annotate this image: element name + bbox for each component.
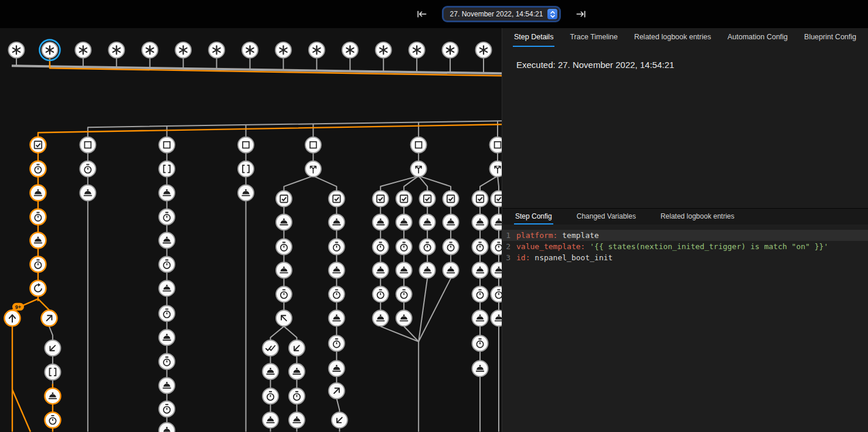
graph-node-service[interactable] (396, 215, 412, 230)
graph-node-delay[interactable] (420, 239, 435, 254)
graph-node-service[interactable] (30, 232, 46, 248)
graph-node-delay[interactable] (45, 412, 60, 428)
tab-related-logbook-entries[interactable]: Related logbook entries (633, 28, 712, 47)
graph-node-delay[interactable] (159, 353, 175, 369)
graph-node-trigger[interactable] (175, 42, 191, 58)
graph-node-service[interactable] (472, 215, 488, 230)
graph-node-delay[interactable] (159, 209, 175, 225)
graph-node-delay[interactable] (396, 286, 412, 302)
graph-node-service[interactable] (159, 232, 175, 248)
graph-node-service[interactable] (276, 262, 292, 278)
graph-node-service[interactable] (159, 280, 175, 296)
graph-node-trigger[interactable] (409, 42, 425, 58)
trace-graph[interactable]: 9+ (0, 28, 502, 432)
graph-node-service[interactable] (472, 310, 488, 326)
graph-node-arrow-ne[interactable] (329, 383, 345, 399)
graph-node-service[interactable] (80, 185, 96, 201)
tab-step-config[interactable]: Step Config (514, 209, 553, 224)
graph-node-service[interactable] (420, 262, 435, 278)
graph-node-square[interactable] (238, 137, 254, 153)
graph-node-brackets[interactable] (159, 161, 175, 177)
graph-node-service[interactable] (329, 310, 345, 326)
graph-node-square[interactable] (411, 137, 427, 153)
code-line[interactable]: 2value_template: '{{ states(nextion_init… (502, 241, 868, 252)
graph-node-service[interactable] (491, 262, 502, 278)
tab-blueprint-config[interactable]: Blueprint Config (803, 28, 857, 47)
graph-node-choose[interactable] (490, 161, 502, 177)
graph-node-brackets[interactable] (238, 161, 254, 177)
graph-node-service[interactable] (289, 363, 305, 379)
graph-node-arrow-ne[interactable] (41, 310, 57, 326)
graph-node-service[interactable] (30, 185, 46, 201)
tab-automation-config[interactable]: Automation Config (726, 28, 789, 47)
graph-node-service[interactable] (45, 388, 60, 404)
graph-node-delay[interactable] (159, 305, 175, 321)
graph-node-choose[interactable] (411, 161, 427, 177)
graph-node-delay[interactable] (263, 388, 278, 404)
graph-node-service[interactable] (276, 215, 292, 230)
graph-node-service[interactable] (238, 185, 254, 201)
graph-node-square[interactable] (159, 137, 175, 153)
graph-node-trigger[interactable] (309, 42, 325, 58)
graph-node-arrow-sw[interactable] (45, 340, 60, 356)
graph-node-delay[interactable] (443, 239, 459, 254)
graph-node-trigger[interactable] (442, 42, 458, 58)
graph-node-service[interactable] (159, 185, 175, 201)
graph-node-arrow-nw[interactable] (276, 310, 292, 326)
graph-node-delay[interactable] (491, 286, 502, 302)
trace-date-select[interactable]: 27. November 2022, 14:54:21 (444, 8, 560, 21)
graph-node-delay[interactable] (159, 256, 175, 272)
graph-node-delay[interactable] (329, 286, 345, 302)
graph-node-square[interactable] (80, 137, 96, 153)
tab-changed-variables[interactable]: Changed Variables (576, 209, 637, 224)
graph-node-service[interactable] (329, 215, 345, 230)
graph-node-service[interactable] (263, 412, 278, 428)
tab-related-logbook-entries[interactable]: Related logbook entries (659, 209, 736, 224)
graph-node-service[interactable] (472, 360, 488, 376)
trace-graph-canvas[interactable]: 9+ (0, 28, 502, 432)
graph-node-repeat[interactable] (30, 280, 46, 296)
graph-node-delay[interactable] (373, 286, 389, 302)
graph-node-service[interactable] (263, 363, 278, 379)
graph-node-condition[interactable] (491, 191, 502, 207)
graph-node-service[interactable] (396, 310, 412, 326)
code-line[interactable]: 3id: nspanel_boot_init (502, 252, 868, 263)
graph-node-delay[interactable] (329, 335, 345, 351)
graph-node-condition[interactable] (472, 191, 488, 207)
graph-node-trigger[interactable] (142, 42, 158, 58)
yaml-editor[interactable]: 1platform: template2value_template: '{{ … (502, 224, 868, 263)
graph-node-brackets[interactable] (45, 364, 60, 380)
graph-node-condition[interactable] (443, 191, 459, 207)
graph-node-trigger[interactable] (8, 42, 24, 58)
graph-node-trigger[interactable] (108, 42, 124, 58)
graph-node-arrow-sw[interactable] (332, 412, 348, 428)
graph-node-service[interactable] (373, 215, 389, 230)
graph-node-delay[interactable] (159, 401, 175, 417)
graph-node-trigger[interactable] (376, 42, 392, 58)
graph-node-trigger[interactable] (242, 42, 258, 58)
graph-node-trigger[interactable] (476, 42, 492, 58)
graph-node-arrow-up[interactable]: 9+ (4, 303, 23, 326)
graph-node-check-all[interactable] (263, 340, 278, 356)
graph-node-delay[interactable] (373, 239, 389, 254)
graph-node-condition[interactable] (373, 191, 389, 207)
graph-node-service[interactable] (289, 412, 305, 428)
tab-step-details[interactable]: Step Details (513, 28, 554, 47)
graph-node-delay[interactable] (396, 239, 412, 254)
graph-node-delay[interactable] (491, 239, 502, 254)
code-line[interactable]: 1platform: template (502, 230, 868, 241)
graph-node-service[interactable] (159, 377, 175, 393)
graph-node-service[interactable] (396, 262, 412, 278)
graph-node-delay[interactable] (329, 239, 345, 254)
graph-node-service[interactable] (373, 310, 389, 326)
tab-trace-timeline[interactable]: Trace Timeline (569, 28, 619, 47)
graph-node-service[interactable] (443, 215, 459, 230)
graph-node-delay[interactable] (276, 239, 292, 254)
graph-node-delay[interactable] (80, 161, 96, 177)
graph-node-delay[interactable] (289, 388, 305, 404)
graph-node-trigger[interactable] (209, 42, 224, 58)
graph-node-service[interactable] (491, 215, 502, 230)
graph-node-service[interactable] (159, 329, 175, 345)
graph-node-delay[interactable] (472, 286, 488, 302)
graph-node-delay[interactable] (30, 161, 46, 177)
